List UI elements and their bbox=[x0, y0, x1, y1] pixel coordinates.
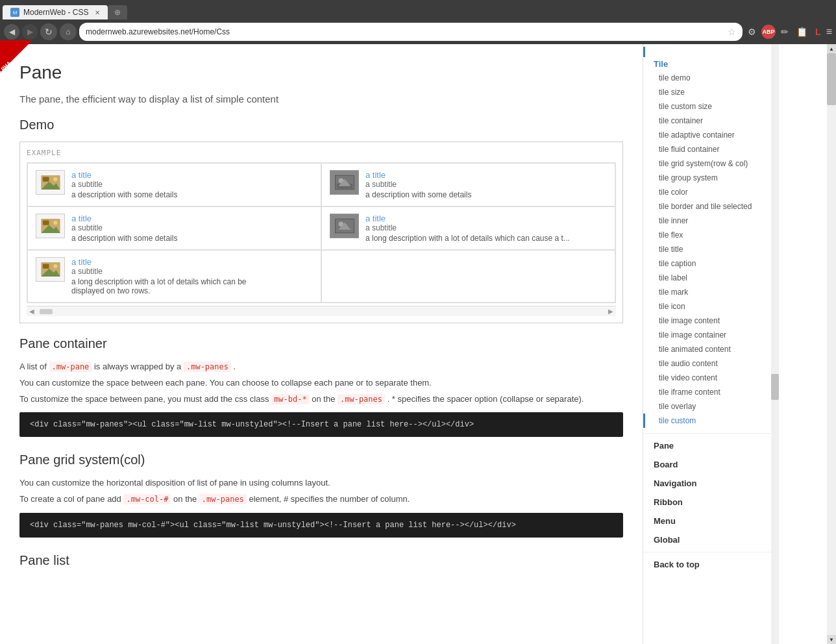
scrollbar-up-button[interactable]: ▲ bbox=[827, 44, 836, 53]
lastpass-icon[interactable]: L bbox=[813, 25, 824, 38]
pane-title-link[interactable]: a title bbox=[365, 170, 386, 180]
pane-content: a title a subtitle a description with so… bbox=[365, 170, 607, 199]
scrollbar-thumb[interactable] bbox=[827, 53, 836, 105]
browser-scrollbar[interactable]: ▲ ▼ bbox=[827, 44, 836, 644]
settings-icon[interactable]: ⚙ bbox=[745, 25, 759, 38]
pane-subtitle: a subtitle bbox=[365, 223, 607, 232]
sidebar-heading-tile[interactable]: Tile bbox=[654, 57, 768, 71]
sidebar-heading-backtotop[interactable]: Back to top bbox=[654, 558, 768, 571]
sidebar-heading-ribbon[interactable]: Ribbon bbox=[654, 495, 768, 509]
example-label: EXAMPLE bbox=[27, 149, 616, 157]
sidebar-item-tile-image-content[interactable]: tile image content bbox=[654, 314, 768, 328]
pane-content: a title a subtitle a description with so… bbox=[71, 170, 313, 199]
sidebar-item-tile-adaptive[interactable]: tile adaptive container bbox=[654, 128, 768, 142]
sidebar-item-tile-label[interactable]: tile label bbox=[654, 271, 768, 285]
tab-close-icon[interactable]: ✕ bbox=[95, 9, 100, 16]
sidebar-item-tile-group[interactable]: tile group system bbox=[654, 171, 768, 185]
sidebar-item-tile-border[interactable]: tile border and tile selected bbox=[654, 199, 768, 214]
svg-rect-18 bbox=[42, 264, 49, 268]
svg-point-20 bbox=[53, 264, 57, 268]
inactive-tab[interactable]: ⊕ bbox=[108, 5, 127, 19]
pane-subtitle: a subtitle bbox=[365, 180, 607, 189]
main-content: Pane The pane, the efficient way to disp… bbox=[0, 44, 643, 644]
sidebar-divider-1 bbox=[643, 433, 779, 434]
eyedropper-icon[interactable]: ✏ bbox=[778, 25, 791, 38]
pane-container-code-block: <div class="mw-panes"><ul class="mw-list… bbox=[19, 412, 623, 437]
address-bar-wrap[interactable]: ☆ bbox=[79, 23, 743, 41]
pane-title-link[interactable]: a title bbox=[365, 214, 386, 223]
home-button[interactable]: ⌂ bbox=[60, 23, 77, 40]
sidebar-section-pane: Pane bbox=[643, 436, 779, 455]
forward-button[interactable]: ▶ bbox=[22, 24, 38, 40]
star-icon[interactable]: ☆ bbox=[728, 27, 736, 37]
mw-bd-code: mw-bd-* bbox=[271, 394, 310, 404]
sidebar-divider-2 bbox=[643, 552, 779, 552]
pane-title-link[interactable]: a title bbox=[71, 214, 92, 223]
sidebar-heading-navigation[interactable]: Navigation bbox=[654, 477, 768, 490]
refresh-button[interactable]: ↻ bbox=[40, 23, 57, 40]
sidebar-scrollbar-thumb[interactable] bbox=[771, 374, 779, 400]
sidebar-item-tile-audio[interactable]: tile audio content bbox=[654, 356, 768, 371]
scroll-left-icon[interactable]: ◀ bbox=[27, 308, 37, 315]
sidebar-item-tile-custom-size[interactable]: tile custom size bbox=[654, 99, 768, 114]
demo-box: EXAMPLE a title a subtitle bbox=[19, 142, 623, 323]
sidebar-item-tile-inner[interactable]: tile inner bbox=[654, 214, 768, 228]
tab-favicon: M bbox=[10, 8, 19, 17]
scroll-right-icon[interactable]: ▶ bbox=[606, 308, 616, 315]
sidebar-item-tile-image-container[interactable]: tile image container bbox=[654, 328, 768, 342]
demo-scrollbar-area[interactable]: ◀ ▶ bbox=[27, 306, 616, 316]
pane-grid-code-block: <div class="mw-panes mw-col-#"><ul class… bbox=[19, 513, 623, 538]
bookmark-icon[interactable]: 📋 bbox=[794, 25, 810, 38]
browser-toolbar: ◀ ▶ ↻ ⌂ ☆ ⚙ ABP ✏ 📋 L ≡ bbox=[0, 19, 836, 44]
sidebar-item-tile-custom[interactable]: tile custom bbox=[654, 414, 768, 428]
panes-grid: a title a subtitle a description with so… bbox=[27, 162, 616, 303]
sidebar-item-tile-container[interactable]: tile container bbox=[654, 114, 768, 128]
sidebar-section-global: Global bbox=[643, 530, 779, 549]
pane-container-para2: You can customize the space between each… bbox=[19, 377, 623, 390]
sidebar-item-tile-grid[interactable]: tile grid system(row & col) bbox=[654, 156, 768, 171]
active-tab[interactable]: M ModernWeb - CSS ✕ bbox=[3, 5, 108, 19]
sidebar-heading-pane[interactable]: Pane bbox=[654, 439, 768, 452]
sidebar-item-tile-fluid[interactable]: tile fluid container bbox=[654, 142, 768, 156]
scrollbar-down-button[interactable]: ▼ bbox=[827, 635, 836, 644]
pane-item: a title a subtitle a description with so… bbox=[27, 206, 321, 250]
pane-description: a long description with a lot of details… bbox=[365, 234, 607, 243]
sidebar-item-tile-video[interactable]: tile video content bbox=[654, 371, 768, 385]
sidebar-item-tile-title[interactable]: tile title bbox=[654, 242, 768, 256]
pane-container-para1: A list of .mw-pane is always wrapped by … bbox=[19, 360, 623, 374]
sidebar-item-tile-color[interactable]: tile color bbox=[654, 185, 768, 199]
sidebar-heading-board[interactable]: Board bbox=[654, 458, 768, 471]
address-bar[interactable] bbox=[86, 27, 724, 36]
abp-button[interactable]: ABP bbox=[761, 25, 776, 39]
sidebar-item-tile-size[interactable]: tile size bbox=[654, 85, 768, 99]
pane-grid-para1: You can customize the horizontal disposi… bbox=[19, 477, 623, 490]
pane-title-link[interactable]: a title bbox=[71, 170, 92, 180]
sidebar-item-tile-iframe[interactable]: tile iframe content bbox=[654, 385, 768, 399]
sidebar-heading-menu[interactable]: Menu bbox=[654, 514, 768, 528]
pane-grid-heading: Pane grid system(col) bbox=[19, 452, 623, 467]
sidebar-item-tile-caption[interactable]: tile caption bbox=[654, 256, 768, 271]
pane-title-link[interactable]: a title bbox=[71, 257, 92, 267]
demo-scrollbar-thumb[interactable] bbox=[40, 309, 53, 314]
menu-icon[interactable]: ≡ bbox=[826, 26, 832, 38]
pane-content: a title a subtitle a description with so… bbox=[71, 214, 313, 243]
pane-subtitle: a subtitle bbox=[71, 180, 313, 189]
sidebar-item-tile-overlay[interactable]: tile overlay bbox=[654, 399, 768, 414]
pane-container-para3: To customize the space between pane, you… bbox=[19, 393, 623, 406]
sidebar-section-menu: Menu bbox=[643, 512, 779, 530]
sidebar-section-ribbon: Ribbon bbox=[643, 493, 779, 512]
sidebar-item-tile-flex[interactable]: tile flex bbox=[654, 228, 768, 242]
pane-container-section: A list of .mw-pane is always wrapped by … bbox=[19, 360, 623, 437]
back-button[interactable]: ◀ bbox=[4, 24, 19, 40]
sidebar-heading-global[interactable]: Global bbox=[654, 533, 768, 547]
sidebar-nav: Tile tile demo tile size tile custom siz… bbox=[643, 51, 779, 578]
sidebar-item-tile-mark[interactable]: tile mark bbox=[654, 285, 768, 299]
demo-section-heading: Demo bbox=[19, 118, 623, 132]
pane-description: a description with some details bbox=[365, 190, 607, 199]
sidebar-item-tile-demo[interactable]: tile demo bbox=[654, 71, 768, 85]
sidebar: Tile tile demo tile size tile custom siz… bbox=[643, 44, 779, 644]
sidebar-scrollbar[interactable] bbox=[771, 44, 779, 644]
pane-image-placeholder bbox=[36, 257, 65, 282]
sidebar-item-tile-icon[interactable]: tile icon bbox=[654, 299, 768, 314]
sidebar-item-tile-animated[interactable]: tile animated content bbox=[654, 342, 768, 356]
